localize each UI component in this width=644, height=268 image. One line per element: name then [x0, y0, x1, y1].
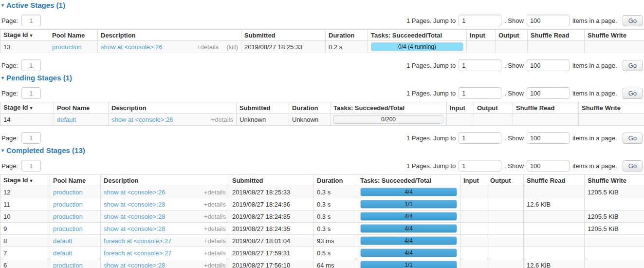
pages-jump-text: 1 Pages. Jump to — [406, 162, 456, 170]
column-header-description[interactable]: Description — [101, 175, 229, 186]
go-button[interactable]: Go — [623, 133, 643, 144]
column-header-submitted[interactable]: Submitted — [241, 30, 326, 41]
pool-name-link[interactable]: production — [53, 225, 83, 232]
page-number-input[interactable] — [21, 160, 41, 172]
page-number-input[interactable] — [21, 15, 41, 26]
column-header-output[interactable]: Output — [496, 30, 528, 41]
jump-to-page-input[interactable] — [459, 15, 501, 26]
shuffle-write-cell — [579, 114, 644, 126]
description-link[interactable]: show at <console>:28 — [104, 262, 165, 268]
page-label: Page: — [1, 162, 18, 170]
go-button[interactable]: Go — [623, 160, 643, 172]
column-header-stage-id[interactable]: Stage Id▾ — [0, 175, 50, 186]
page-number-input[interactable] — [21, 132, 41, 144]
description-link[interactable]: show at <console>:28 — [104, 213, 165, 220]
column-header-output[interactable]: Output — [474, 102, 513, 114]
column-header-description[interactable]: Description — [109, 102, 237, 114]
column-header-duration[interactable]: Duration — [326, 30, 368, 41]
items-per-page-input[interactable] — [527, 15, 570, 26]
column-header-tasks-succeeded-total[interactable]: Tasks: Succeeded/Total — [368, 30, 467, 41]
section-header-pending-stages[interactable]: ▾Pending Stages (1) — [1, 74, 644, 82]
column-header-description[interactable]: Description — [98, 30, 241, 41]
pool-name-link[interactable]: production — [53, 189, 83, 196]
column-header-stage-id[interactable]: Stage Id▾ — [0, 30, 49, 41]
column-header-pool-name[interactable]: Pool Name — [54, 102, 109, 114]
description-link[interactable]: foreach at <console>:27 — [104, 237, 172, 245]
duration-cell: 0.5 s — [314, 247, 357, 259]
pool-name-link[interactable]: default — [57, 116, 76, 123]
items-per-page-input[interactable] — [527, 87, 570, 99]
column-header-shuffle-read[interactable]: Shuffle Read — [528, 30, 585, 41]
column-header-submitted[interactable]: Submitted — [237, 102, 289, 114]
details-toggle[interactable]: +details — [204, 189, 226, 196]
kill-link[interactable]: (kill) — [226, 43, 238, 51]
jump-to-page-input[interactable] — [459, 59, 501, 71]
column-header-submitted[interactable]: Submitted — [229, 175, 314, 186]
column-header-shuffle-write[interactable]: Shuffle Write — [585, 30, 644, 41]
column-header-shuffle-write[interactable]: Shuffle Write — [579, 102, 644, 114]
page-number-input[interactable] — [21, 59, 41, 71]
items-per-page-input[interactable] — [527, 160, 570, 172]
column-header-shuffle-read[interactable]: Shuffle Read — [524, 175, 585, 186]
pool-name-link[interactable]: production — [53, 201, 83, 208]
pool-name-link[interactable]: production — [52, 43, 82, 51]
column-header-tasks-succeeded-total[interactable]: Tasks: Succeeded/Total — [331, 102, 447, 114]
pool-name-cell: default — [54, 114, 109, 126]
submitted-cell: 2019/08/27 18:24:36 — [229, 198, 314, 211]
column-header-shuffle-write[interactable]: Shuffle Write — [585, 175, 644, 186]
go-button[interactable]: Go — [623, 60, 643, 71]
section-header-active-stages[interactable]: ▾Active Stages (1) — [1, 1, 644, 9]
column-header-output[interactable]: Output — [487, 175, 524, 186]
input-cell — [460, 211, 487, 223]
shuffle-read-cell — [524, 223, 585, 235]
page-number-input[interactable] — [21, 87, 41, 99]
jump-to-page-input[interactable] — [459, 132, 501, 144]
description-link[interactable]: show at <console>:28 — [104, 201, 165, 208]
column-header-pool-name[interactable]: Pool Name — [50, 175, 101, 186]
details-toggle[interactable]: +details — [204, 237, 226, 245]
items-per-page-input[interactable] — [527, 59, 570, 71]
column-header-label: Pool Name — [52, 32, 85, 39]
details-toggle[interactable]: +details — [211, 116, 233, 123]
details-toggle[interactable]: +details — [204, 213, 226, 220]
items-per-page-input[interactable] — [527, 132, 570, 144]
jump-to-page-input[interactable] — [459, 87, 501, 99]
description-link[interactable]: show at <console>:26 — [104, 189, 165, 196]
pending-page-row-top: Page:1 Pages. Jump to. Showitems in a pa… — [1, 87, 643, 99]
column-header-pool-name[interactable]: Pool Name — [49, 30, 98, 41]
column-header-input[interactable]: Input — [467, 30, 496, 41]
sort-descending-icon: ▾ — [30, 105, 33, 111]
description-link[interactable]: show at <console>:26 — [101, 43, 162, 51]
details-toggle[interactable]: +details — [204, 249, 226, 257]
pool-name-cell: production — [49, 41, 98, 53]
go-button[interactable]: Go — [623, 88, 643, 99]
tasks-cell: 4/4 — [357, 247, 460, 259]
column-header-label: Tasks: Succeeded/Total — [371, 32, 442, 39]
pool-name-link[interactable]: default — [53, 237, 72, 245]
description-link[interactable]: foreach at <console>:27 — [104, 249, 172, 257]
section-header-completed-stages[interactable]: ▾Completed Stages (13) — [1, 147, 644, 154]
column-header-duration[interactable]: Duration — [289, 102, 331, 114]
column-header-stage-id[interactable]: Stage Id▾ — [0, 102, 54, 114]
description-actions: +details — [204, 213, 226, 220]
pages-jump-text: 1 Pages. Jump to — [406, 134, 456, 142]
column-header-input[interactable]: Input — [460, 175, 487, 186]
description-cell: show at <console>:28+details — [101, 211, 229, 223]
pool-name-link[interactable]: default — [53, 249, 72, 257]
column-header-input[interactable]: Input — [447, 102, 474, 114]
pool-name-link[interactable]: production — [53, 213, 83, 220]
details-toggle[interactable]: +details — [204, 262, 226, 268]
details-toggle[interactable]: +details — [197, 43, 219, 51]
column-header-tasks-succeeded-total[interactable]: Tasks: Succeeded/Total — [357, 175, 460, 186]
description-link[interactable]: show at <console>:28 — [104, 225, 165, 232]
pool-name-link[interactable]: production — [53, 262, 83, 268]
column-header-shuffle-read[interactable]: Shuffle Read — [513, 102, 579, 114]
description-link[interactable]: show at <console>:26 — [111, 116, 173, 123]
column-header-duration[interactable]: Duration — [314, 175, 357, 186]
tasks-cell: 1/1 — [357, 259, 460, 268]
details-toggle[interactable]: +details — [204, 201, 226, 208]
details-toggle[interactable]: +details — [204, 225, 226, 232]
collapse-caret-icon: ▾ — [1, 76, 4, 80]
jump-to-page-input[interactable] — [459, 160, 501, 172]
go-button[interactable]: Go — [623, 15, 643, 26]
